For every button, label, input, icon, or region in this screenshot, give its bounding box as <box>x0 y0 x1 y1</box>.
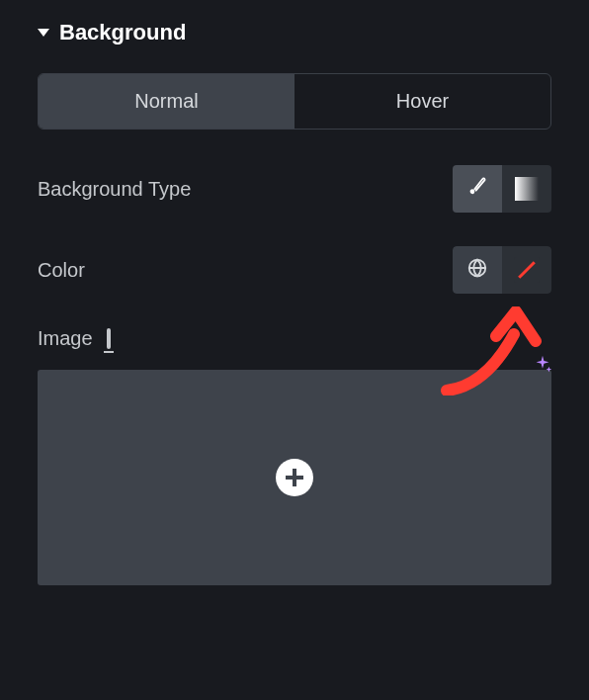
chevron-down-icon <box>38 29 49 37</box>
state-tabs: Normal Hover <box>38 73 551 130</box>
image-dropzone[interactable] <box>38 370 551 585</box>
background-type-label: Background Type <box>38 178 191 201</box>
tab-normal[interactable]: Normal <box>39 74 294 129</box>
color-picker-button[interactable] <box>502 246 551 294</box>
color-group <box>453 246 551 294</box>
image-label: Image <box>38 327 93 350</box>
color-label: Color <box>38 259 85 282</box>
gradient-icon <box>515 177 539 201</box>
image-row: Image <box>38 327 551 350</box>
sparkle-icon <box>532 354 553 381</box>
desktop-icon <box>107 328 111 349</box>
plus-icon <box>276 459 313 496</box>
tab-hover[interactable]: Hover <box>294 74 550 129</box>
section-title: Background <box>59 20 186 45</box>
color-global-button[interactable] <box>453 246 502 294</box>
background-type-classic-button[interactable] <box>453 165 502 213</box>
background-type-group <box>453 165 551 213</box>
background-type-gradient-button[interactable] <box>502 165 551 213</box>
globe-icon <box>466 257 488 283</box>
responsive-control[interactable] <box>107 330 111 348</box>
background-type-row: Background Type <box>38 165 551 213</box>
color-row: Color <box>38 246 551 294</box>
section-header[interactable]: Background <box>38 20 551 45</box>
brush-icon <box>466 176 488 202</box>
no-color-icon <box>514 257 540 283</box>
